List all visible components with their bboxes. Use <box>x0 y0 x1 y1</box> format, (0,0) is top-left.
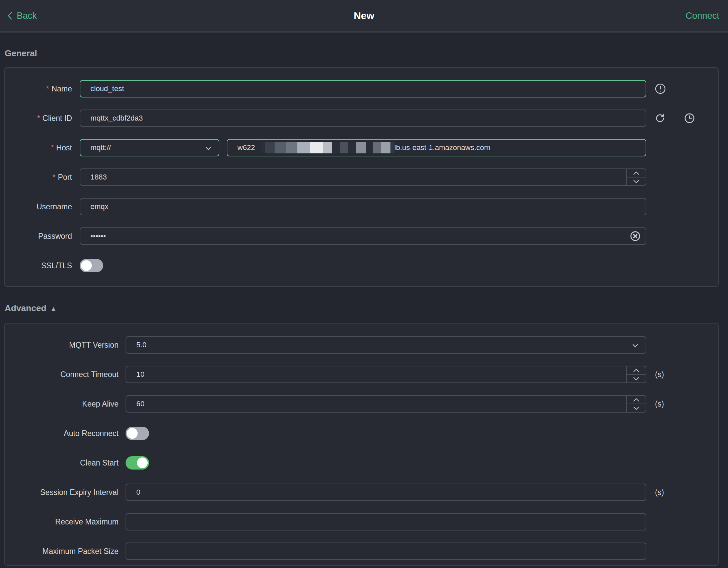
session-expiry-label: Session Expiry Interval <box>5 488 119 497</box>
host-address-input[interactable]: w622 lb.us-east-1.amazonaws.com <box>227 139 646 156</box>
mqttx-new-connection-page: Back New Connect General *Name *C <box>0 0 728 568</box>
password-row: Password <box>5 221 718 251</box>
port-stepper <box>80 168 646 186</box>
port-row: *Port <box>5 162 718 192</box>
general-panel: *Name *Client ID <box>4 67 719 287</box>
receive-maximum-label: Receive Maximum <box>5 517 119 526</box>
auto-reconnect-label: Auto Reconnect <box>5 429 119 438</box>
required-marker: * <box>53 173 56 182</box>
ssl-toggle[interactable] <box>80 259 103 272</box>
spin-down-button[interactable] <box>627 375 646 382</box>
seconds-unit: (s) <box>655 488 664 497</box>
clean-start-row: Clean Start <box>5 448 718 478</box>
auto-reconnect-row: Auto Reconnect <box>5 419 718 448</box>
host-address-prefix: w622 <box>237 143 255 152</box>
username-row: Username <box>5 192 718 221</box>
host-row: *Host mqtt:// w622 lb.us-east-1.amazonaw… <box>5 133 718 162</box>
connect-timeout-spinner <box>626 366 646 382</box>
username-input[interactable] <box>80 198 646 215</box>
receive-maximum-row: Receive Maximum <box>5 507 718 537</box>
history-clock-icon[interactable] <box>684 113 695 124</box>
host-protocol-value: mqtt:// <box>90 143 111 152</box>
maximum-packet-size-input[interactable] <box>126 543 646 560</box>
password-input[interactable] <box>80 227 646 245</box>
toggle-knob <box>81 260 92 271</box>
mqtt-version-select[interactable]: 5.0 <box>126 336 646 354</box>
mqtt-version-row: MQTT Version 5.0 <box>5 330 718 360</box>
keep-alive-row: Keep Alive (s) <box>5 389 718 419</box>
toggle-knob <box>137 457 148 468</box>
username-label: Username <box>5 202 72 211</box>
port-input[interactable] <box>80 169 626 185</box>
seconds-unit: (s) <box>655 370 664 379</box>
chevron-down-icon <box>631 341 640 350</box>
keep-alive-stepper <box>126 395 646 413</box>
auto-reconnect-toggle[interactable] <box>126 427 149 440</box>
advanced-panel: MQTT Version 5.0 Connect Timeout <box>4 323 719 566</box>
required-marker: * <box>46 84 49 93</box>
connect-timeout-row: Connect Timeout (s) <box>5 360 718 389</box>
mqtt-version-value: 5.0 <box>136 341 147 349</box>
chevron-down-icon <box>204 144 213 153</box>
top-bar: Back New Connect <box>0 0 728 32</box>
spin-down-button[interactable] <box>627 178 646 185</box>
spin-up-button[interactable] <box>627 169 646 178</box>
page-title: New <box>0 0 728 31</box>
clean-start-label: Clean Start <box>5 458 119 468</box>
required-marker: * <box>51 143 54 152</box>
connect-timeout-input[interactable] <box>126 366 626 382</box>
spin-down-button[interactable] <box>627 404 646 412</box>
refresh-icon[interactable] <box>654 113 666 124</box>
client-id-row: *Client ID <box>5 103 718 133</box>
maximum-packet-size-row: Maximum Packet Size <box>5 537 718 566</box>
host-address-suffix: lb.us-east-1.amazonaws.com <box>394 143 490 152</box>
connect-timeout-stepper <box>126 366 646 383</box>
session-expiry-input[interactable] <box>126 484 646 501</box>
clear-circle-x-icon[interactable] <box>630 230 641 242</box>
client-id-input[interactable] <box>80 110 646 127</box>
password-label: Password <box>5 232 72 241</box>
advanced-section-label: Advanced <box>5 303 46 313</box>
host-protocol-select[interactable]: mqtt:// <box>80 139 219 156</box>
host-redacted-blur <box>261 142 394 153</box>
connect-button[interactable]: Connect <box>685 0 719 31</box>
collapse-up-icon: ▲ <box>50 305 57 312</box>
maximum-packet-size-label: Maximum Packet Size <box>5 547 119 556</box>
toggle-knob <box>127 428 138 439</box>
spin-up-button[interactable] <box>627 396 646 404</box>
keep-alive-label: Keep Alive <box>5 400 119 409</box>
port-label: *Port <box>5 173 72 182</box>
ssl-label: SSL/TLS <box>5 261 72 270</box>
keep-alive-spinner <box>626 396 646 412</box>
receive-maximum-input[interactable] <box>126 513 646 530</box>
name-label: *Name <box>5 84 72 93</box>
keep-alive-input[interactable] <box>126 396 626 412</box>
seconds-unit: (s) <box>655 400 664 409</box>
session-expiry-row: Session Expiry Interval (s) <box>5 478 718 507</box>
name-input[interactable] <box>80 80 646 97</box>
name-row: *Name <box>5 74 718 103</box>
warning-icon <box>654 83 666 95</box>
connect-timeout-label: Connect Timeout <box>5 370 119 379</box>
ssl-row: SSL/TLS <box>5 251 718 280</box>
mqtt-version-label: MQTT Version <box>5 341 119 350</box>
host-label: *Host <box>5 143 72 152</box>
required-marker: * <box>37 114 40 123</box>
client-id-label: *Client ID <box>5 114 72 123</box>
spin-up-button[interactable] <box>627 366 646 375</box>
general-section-title: General <box>5 48 37 59</box>
advanced-section-toggle[interactable]: Advanced ▲ <box>5 303 57 313</box>
clean-start-toggle[interactable] <box>126 456 149 470</box>
password-wrap <box>80 227 646 245</box>
port-spinner <box>626 169 646 185</box>
